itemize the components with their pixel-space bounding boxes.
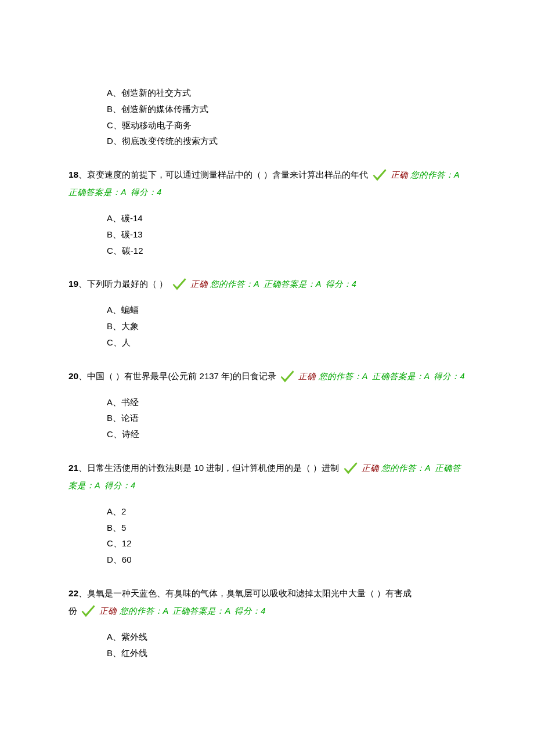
q18-correct: A	[121, 188, 127, 197]
q17-opt-a: A、创造新的社交方式	[107, 85, 466, 101]
check-icon	[172, 276, 187, 291]
q20: 20、中国（ ）有世界最早(公元前 2137 年)的日食记录 正确 您的作答：A…	[68, 367, 466, 385]
q18-opt-b: B、碳-13	[107, 226, 466, 243]
check-icon	[372, 167, 387, 182]
q22-opt-a: A、紫外线	[107, 629, 466, 645]
q18-score: 4	[157, 188, 161, 197]
q20-text: 、中国（ ）有世界最早(公元前 2137 年)的日食记录	[78, 371, 276, 381]
q17-opt-d: D、彻底改变传统的搜索方式	[107, 133, 466, 149]
q22-correct: A	[225, 606, 230, 615]
correct-answer-label: 正确答案是：	[68, 188, 121, 197]
q18-your: A	[454, 170, 460, 179]
q22-result: 您的作答：A 正确答案是：A 得分：4	[120, 606, 266, 615]
correct-answer-label: 正确答案是：	[172, 606, 225, 615]
q19-correct: A	[316, 279, 322, 289]
q22-num: 22	[68, 588, 78, 598]
q17-options: A、创造新的社交方式 B、创造新的媒体传播方式 C、驱动移动电子商务 D、彻底改…	[107, 85, 466, 149]
q19-opt-c: C、人	[107, 334, 466, 351]
your-answer-label: 您的作答：	[120, 606, 163, 615]
your-answer-label: 您的作答：	[319, 372, 362, 381]
q20-correct: A	[424, 372, 430, 381]
q19-num: 19	[68, 279, 78, 289]
check-icon	[81, 603, 96, 618]
correct-label: 正确	[298, 372, 316, 381]
correct-label: 正确	[391, 170, 408, 179]
q22-options: A、紫外线 B、红外线	[107, 629, 466, 661]
q18-opt-a: A、碳-14	[107, 210, 466, 226]
q22-text-b: 份	[68, 606, 77, 615]
q20-opt-b: B、论语	[107, 410, 466, 426]
correct-answer-label: 正确答案是：	[264, 279, 316, 289]
q20-opt-a: A、书经	[107, 394, 466, 411]
score-label: 得分：	[234, 606, 261, 615]
q19-opt-b: B、大象	[107, 318, 466, 334]
q21-opt-b: B、5	[107, 520, 466, 536]
q22-score: 4	[261, 606, 265, 615]
q18-num: 18	[68, 170, 78, 179]
check-icon	[280, 368, 295, 383]
q17-opt-b: B、创造新的媒体传播方式	[107, 101, 466, 117]
score-label: 得分：	[326, 279, 352, 289]
your-answer-label: 您的作答：	[381, 463, 425, 473]
check-icon	[343, 460, 358, 475]
q19-your: A	[254, 279, 259, 289]
q18-text: 、衰变速度的前提下，可以通过测量样品中的（ ）含量来计算出样品的年代	[78, 170, 368, 179]
q21: 21、日常生活使用的计数法则是 10 进制，但计算机使用的是（ ）进制 正确 您…	[68, 459, 466, 494]
q21-your: A	[425, 463, 431, 473]
correct-answer-label: 正确答案是：	[372, 372, 424, 381]
q20-num: 20	[68, 371, 78, 381]
q20-options: A、书经 B、论语 C、诗经	[107, 394, 466, 442]
q20-your: A	[362, 372, 368, 381]
q19-text: 、下列听力最好的（ ）	[78, 279, 168, 289]
your-answer-label: 您的作答：	[210, 279, 254, 289]
q20-score: 4	[460, 372, 464, 381]
q18-options: A、碳-14 B、碳-13 C、碳-12	[107, 210, 466, 258]
q21-num: 21	[68, 463, 78, 473]
q19-score: 4	[352, 279, 356, 289]
q18-opt-c: C、碳-12	[107, 243, 466, 259]
your-answer-label: 您的作答：	[410, 170, 454, 179]
q22-your: A	[163, 606, 169, 615]
q19-result: 您的作答：A 正确答案是：A 得分：4	[210, 279, 356, 289]
score-label: 得分：	[434, 372, 460, 381]
score-label: 得分：	[104, 481, 131, 490]
q17-opt-c: C、驱动移动电子商务	[107, 117, 466, 134]
q22-opt-b: B、红外线	[107, 645, 466, 661]
q21-text: 、日常生活使用的计数法则是 10 进制，但计算机使用的是（ ）进制	[78, 463, 339, 473]
q21-opt-c: C、12	[107, 535, 466, 552]
q20-opt-c: C、诗经	[107, 426, 466, 442]
correct-label: 正确	[362, 463, 379, 473]
q22: 22、臭氧是一种天蓝色、有臭味的气体，臭氧层可以吸收和滤掉太阳光中大量（ ）有害…	[68, 584, 466, 620]
q21-opt-a: A、2	[107, 503, 466, 520]
score-label: 得分：	[131, 188, 157, 197]
q18: 18、衰变速度的前提下，可以通过测量样品中的（ ）含量来计算出样品的年代 正确 …	[68, 165, 466, 201]
q21-correct: A	[95, 481, 100, 490]
q19-opt-a: A、蝙蝠	[107, 302, 466, 318]
correct-label: 正确	[190, 279, 208, 289]
q20-result: 您的作答：A 正确答案是：A 得分：4	[319, 372, 465, 381]
q22-text-a: 、臭氧是一种天蓝色、有臭味的气体，臭氧层可以吸收和滤掉太阳光中大量（ ）有害成	[78, 588, 412, 598]
correct-label: 正确	[99, 606, 117, 615]
q21-options: A、2 B、5 C、12 D、60	[107, 503, 466, 568]
q19-options: A、蝙蝠 B、大象 C、人	[107, 302, 466, 350]
q19: 19、下列听力最好的（ ） 正确 您的作答：A 正确答案是：A 得分：4	[68, 275, 466, 293]
q21-opt-d: D、60	[107, 552, 466, 568]
q21-score: 4	[131, 481, 135, 490]
